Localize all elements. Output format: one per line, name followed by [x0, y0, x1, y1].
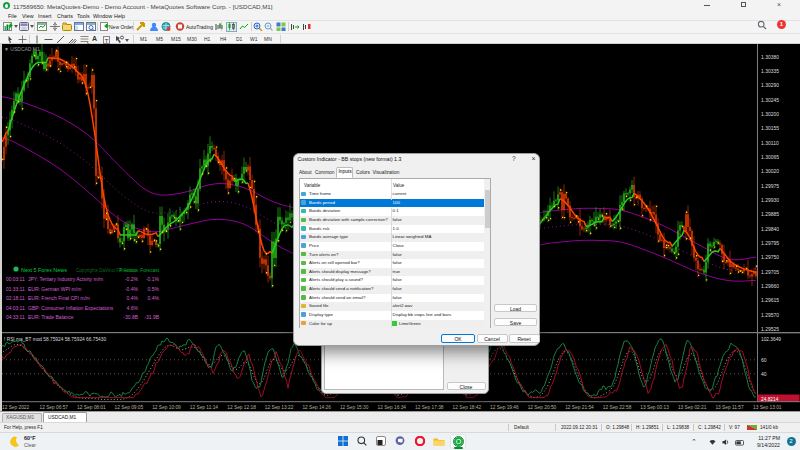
svg-text:40: 40: [761, 371, 767, 377]
svg-text:24.8214: 24.8214: [761, 397, 779, 402]
svg-text:12 Sep 08:01: 12 Sep 08:01: [77, 405, 106, 410]
svg-text:-30.8B: -30.8B: [123, 314, 138, 320]
svg-text:-0.4%: -0.4%: [125, 286, 139, 292]
svg-text:GBP: Consumer Inflation Expect: GBP: Consumer Inflation Expectations: [28, 305, 114, 311]
svg-text:1.29840: 1.29840: [761, 226, 779, 232]
svg-text:12 Sep 09:05: 12 Sep 09:05: [115, 405, 144, 410]
svg-text:04:03:11: 04:03:11: [6, 306, 25, 311]
svg-text:12 Sep 12:18: 12 Sep 12:18: [227, 405, 256, 410]
svg-text:12 Sep 18:42: 12 Sep 18:42: [453, 405, 482, 410]
svg-text:12 Sep 19:46: 12 Sep 19:46: [490, 405, 519, 410]
svg-text:0.4%: 0.4%: [127, 295, 139, 301]
svg-text:1.29525: 1.29525: [761, 326, 779, 332]
svg-text:EUR: German WPI m/m: EUR: German WPI m/m: [28, 286, 81, 292]
svg-text:00:03:11: 00:03:11: [6, 277, 25, 282]
svg-text:60: 60: [761, 357, 767, 363]
svg-text:-0.1%: -0.1%: [146, 276, 160, 282]
svg-text:-31.9B: -31.9B: [144, 314, 159, 320]
svg-text:12 Sep 16:34: 12 Sep 16:34: [378, 405, 407, 410]
svg-text:12 Sep 21:54: 12 Sep 21:54: [565, 405, 594, 410]
svg-text:04:33:11: 04:33:11: [6, 315, 25, 320]
svg-text:12 Sep 20:50: 12 Sep 20:50: [528, 405, 557, 410]
svg-text:12 Sep 17:38: 12 Sep 17:38: [415, 405, 444, 410]
svg-text:EUR: Trade Balance: EUR: Trade Balance: [28, 314, 74, 320]
svg-text:0.4%: 0.4%: [148, 295, 160, 301]
svg-text:1.30065: 1.30065: [761, 154, 779, 160]
svg-text:1.29615: 1.29615: [761, 297, 779, 303]
svg-text:▼ USDCAD,M1: ▼ USDCAD,M1: [4, 46, 40, 52]
svg-text:1.30020: 1.30020: [761, 168, 779, 174]
svg-text:01:33:11: 01:33:11: [6, 287, 25, 292]
svg-text:1.30380: 1.30380: [761, 54, 779, 60]
svg-text:12 Sep 11:14: 12 Sep 11:14: [190, 405, 219, 410]
svg-text:12 Sep 2022: 12 Sep 2022: [2, 405, 30, 410]
svg-text:Forecast: Forecast: [140, 268, 159, 273]
svg-text:1.30290: 1.30290: [761, 82, 779, 88]
svg-text:13 Sep 00:13: 13 Sep 00:13: [640, 405, 669, 410]
svg-text:JPY: Tertiary Industry Activit: JPY: Tertiary Industry Activity m/m: [28, 276, 103, 282]
svg-text:12 Sep 13:22: 12 Sep 13:22: [265, 405, 294, 410]
svg-text:12 Sep 14:26: 12 Sep 14:26: [302, 405, 331, 410]
svg-text:1.30245: 1.30245: [761, 97, 779, 103]
svg-text:O: O: [456, 438, 462, 445]
svg-text:1.29795: 1.29795: [761, 240, 779, 246]
svg-text:1.29705: 1.29705: [761, 269, 779, 275]
svg-text:4.6%: 4.6%: [127, 305, 139, 311]
svg-text:13 Sep 11:57: 13 Sep 11:57: [715, 405, 744, 410]
svg-text:102.3649: 102.3649: [761, 337, 781, 342]
svg-text:1.29930: 1.29930: [761, 197, 779, 203]
svg-text:1.30155: 1.30155: [761, 125, 779, 131]
svg-text:0.5%: 0.5%: [148, 286, 160, 292]
svg-text:1.30335: 1.30335: [761, 68, 779, 74]
svg-text:1.29885: 1.29885: [761, 211, 779, 217]
svg-text:12 Sep 10:09: 12 Sep 10:09: [152, 405, 181, 410]
svg-text:13 Sep 02:21: 13 Sep 02:21: [678, 405, 707, 410]
svg-text:Next 5 Forex News: Next 5 Forex News: [21, 267, 67, 273]
svg-text:1.30110: 1.30110: [761, 140, 779, 146]
svg-text:Previous: Previous: [119, 268, 138, 273]
svg-text:02:18:11: 02:18:11: [6, 296, 25, 301]
svg-text:1.29660: 1.29660: [761, 283, 779, 289]
svg-text:-0.2%: -0.2%: [125, 276, 139, 282]
svg-text:12 Sep 06:57: 12 Sep 06:57: [40, 405, 69, 410]
svg-text:1.29975: 1.29975: [761, 183, 779, 189]
svg-text:12 Sep 22:58: 12 Sep 22:58: [603, 405, 632, 410]
svg-text:1.30200: 1.30200: [761, 111, 779, 117]
svg-text:EUR: French Final CPI m/m: EUR: French Final CPI m/m: [28, 295, 90, 301]
svg-text:13 Sep 13:01: 13 Sep 13:01: [753, 405, 782, 410]
svg-text:1.29570: 1.29570: [761, 312, 779, 318]
svg-text:1.29750: 1.29750: [761, 254, 779, 260]
svg-text:12 Sep 15:30: 12 Sep 15:30: [340, 405, 369, 410]
